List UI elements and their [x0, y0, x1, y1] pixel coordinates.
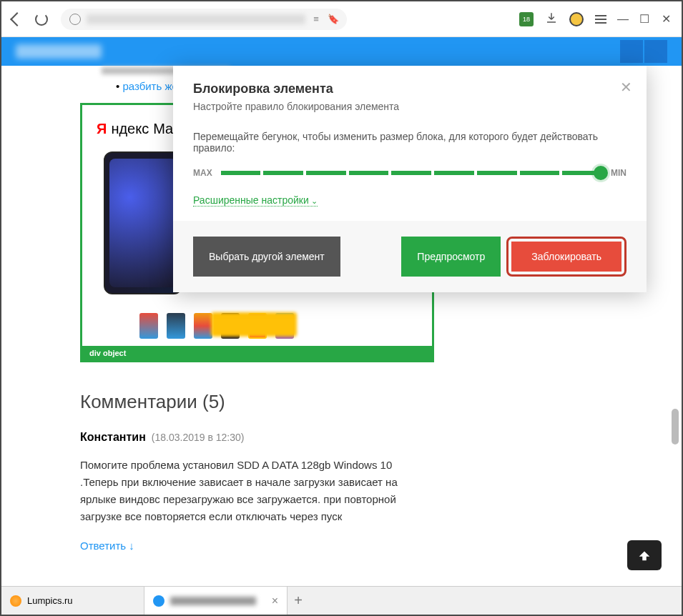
close-tab-icon[interactable]: ×	[272, 595, 278, 607]
site-logo[interactable]	[16, 44, 102, 59]
menu-button[interactable]	[595, 15, 606, 24]
new-tab-button[interactable]: +	[288, 592, 309, 609]
browser-tab-active[interactable]: ×	[144, 587, 288, 615]
thumbnail[interactable]	[139, 313, 158, 339]
reply-link[interactable]: Ответить ↓	[80, 540, 134, 552]
search-icon[interactable]	[620, 40, 643, 63]
element-blocker-dialog: ✕ Блокировка элемента Настройте правило …	[173, 66, 647, 292]
comment-body: Помогите проблема установил SDD A DATA 1…	[80, 457, 423, 525]
url-text	[87, 14, 305, 24]
downloads-icon[interactable]	[545, 11, 558, 27]
favicon-icon	[10, 595, 21, 607]
address-bar[interactable]: ≡ 🔖	[61, 9, 347, 30]
back-button[interactable]	[10, 12, 24, 26]
adguard-extension-icon[interactable]: 18	[519, 12, 534, 26]
maximize-button[interactable]: ☐	[639, 14, 649, 24]
close-icon[interactable]: ✕	[620, 79, 632, 96]
comment-author: Константин(18.03.2019 в 12:30)	[80, 431, 423, 444]
comments-section: Комментарии (5) Константин(18.03.2019 в …	[80, 391, 423, 552]
slider-instruction: Перемещайте бегунок, чтобы изменить разм…	[193, 131, 627, 154]
advanced-settings-link[interactable]: Расширенные настройки	[193, 194, 318, 207]
browser-toolbar: ≡ 🔖 18 — ☐ ✕	[1, 1, 682, 37]
max-label: MAX	[193, 168, 212, 178]
min-label: MIN	[611, 168, 627, 178]
reload-button[interactable]	[35, 13, 48, 26]
tab-title	[170, 597, 256, 605]
block-button[interactable]: Заблокировать	[511, 242, 621, 272]
site-header	[1, 37, 682, 66]
header-menu-icon[interactable]	[644, 40, 667, 63]
block-button-highlight: Заблокировать	[506, 237, 627, 277]
comments-heading: Комментарии (5)	[80, 391, 423, 413]
product-image[interactable]	[104, 151, 182, 294]
browser-tab[interactable]: Lumpics.ru	[1, 587, 144, 615]
favicon-icon	[153, 595, 164, 607]
slider-thumb[interactable]	[594, 166, 608, 180]
tab-title: Lumpics.ru	[27, 595, 73, 606]
thumbnail[interactable]	[167, 313, 185, 339]
reader-icon[interactable]: ≡	[311, 14, 321, 24]
extension-icon[interactable]	[569, 12, 584, 26]
bookmark-icon[interactable]: 🔖	[328, 14, 338, 24]
scroll-to-top-button[interactable]	[627, 540, 662, 570]
globe-icon	[69, 14, 81, 25]
minimize-button[interactable]: —	[618, 14, 628, 24]
scrollbar-thumb[interactable]	[672, 409, 679, 444]
dialog-subtitle: Настройте правило блокирования элемента	[193, 101, 627, 112]
close-window-button[interactable]: ✕	[661, 14, 671, 24]
dialog-title: Блокировка элемента	[193, 81, 627, 96]
element-selector-label: div object	[82, 346, 432, 360]
size-slider[interactable]: MAX MIN	[193, 168, 627, 178]
thumbnail[interactable]	[194, 313, 212, 339]
pick-another-button[interactable]: Выбрать другой элемент	[193, 237, 340, 277]
preview-button[interactable]: Предпросмотр	[401, 237, 501, 277]
buy-button[interactable]	[211, 312, 297, 337]
tab-bar: Lumpics.ru × +	[1, 586, 682, 615]
